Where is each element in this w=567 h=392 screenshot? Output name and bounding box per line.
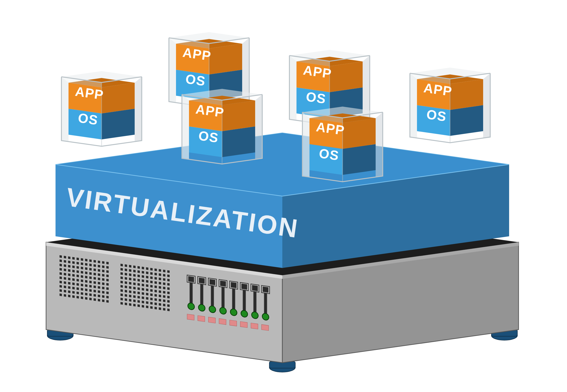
svg-rect-234	[159, 303, 161, 306]
svg-rect-192	[133, 287, 136, 289]
svg-rect-136	[150, 268, 153, 271]
svg-rect-119	[68, 295, 70, 297]
svg-rect-66	[98, 278, 100, 280]
svg-rect-164	[167, 279, 170, 281]
svg-rect-231	[146, 301, 148, 304]
svg-rect-187	[163, 287, 165, 289]
svg-rect-209	[154, 294, 157, 296]
svg-rect-71	[68, 278, 70, 280]
svg-rect-275	[254, 291, 256, 313]
svg-rect-161	[154, 277, 157, 280]
svg-rect-259	[211, 285, 214, 307]
svg-rect-266	[231, 282, 236, 288]
svg-rect-199	[163, 291, 165, 294]
svg-rect-245	[154, 307, 157, 309]
svg-rect-127	[102, 299, 104, 302]
svg-rect-53	[94, 273, 96, 275]
svg-rect-216	[133, 295, 136, 298]
svg-rect-13	[77, 258, 79, 260]
svg-rect-41	[94, 268, 96, 271]
svg-rect-255	[201, 284, 203, 306]
svg-rect-186	[159, 286, 161, 289]
virtualization-diagram: {}	[0, 0, 567, 392]
svg-rect-195	[146, 289, 148, 291]
svg-rect-197	[154, 290, 157, 292]
svg-rect-167	[129, 278, 131, 280]
svg-rect-157	[138, 275, 140, 277]
svg-rect-61	[77, 275, 79, 277]
svg-rect-283	[208, 317, 215, 323]
svg-rect-113	[94, 294, 96, 296]
svg-rect-174	[159, 282, 161, 284]
svg-rect-214	[125, 294, 127, 297]
svg-rect-110	[81, 292, 83, 295]
svg-rect-223	[163, 299, 165, 302]
svg-rect-207	[146, 293, 148, 295]
svg-rect-155	[129, 273, 131, 276]
svg-rect-220	[150, 298, 153, 300]
svg-rect-211	[163, 295, 165, 298]
svg-rect-144	[133, 270, 136, 272]
svg-rect-45	[59, 268, 62, 271]
svg-marker-335	[450, 79, 483, 110]
svg-marker-379	[302, 112, 309, 177]
svg-rect-141	[121, 268, 123, 271]
svg-rect-184	[150, 285, 153, 288]
svg-rect-79	[102, 282, 104, 285]
svg-rect-107	[68, 290, 70, 293]
svg-rect-18	[98, 261, 100, 263]
svg-rect-190	[125, 286, 127, 288]
vm-box-front-3: APP OS	[302, 107, 383, 182]
svg-rect-154	[125, 273, 127, 276]
svg-marker-346	[102, 109, 135, 140]
svg-rect-189	[121, 285, 123, 288]
svg-marker-366	[182, 95, 189, 159]
svg-rect-225	[121, 298, 123, 300]
svg-rect-226	[125, 298, 127, 301]
svg-rect-82	[64, 281, 66, 284]
svg-rect-123	[85, 297, 87, 300]
svg-rect-204	[133, 291, 136, 294]
svg-rect-85	[77, 283, 79, 286]
svg-rect-72	[72, 278, 75, 281]
svg-rect-51	[85, 271, 87, 274]
svg-rect-142	[125, 269, 127, 271]
svg-rect-121	[77, 296, 79, 298]
svg-rect-84	[72, 283, 75, 285]
svg-rect-105	[59, 289, 62, 292]
svg-rect-124	[89, 298, 92, 300]
svg-rect-180	[133, 283, 136, 285]
svg-rect-194	[142, 288, 144, 291]
svg-rect-262	[221, 281, 226, 286]
svg-rect-37	[77, 266, 79, 269]
svg-rect-91	[102, 287, 104, 289]
svg-rect-181	[138, 283, 140, 286]
svg-rect-129	[121, 264, 123, 266]
svg-rect-232	[150, 302, 153, 305]
svg-rect-31	[102, 265, 104, 268]
svg-rect-48	[72, 270, 75, 272]
vm-os-label: OS	[318, 146, 340, 163]
svg-rect-246	[159, 308, 161, 310]
svg-rect-227	[129, 299, 131, 302]
svg-marker-341	[483, 73, 490, 138]
svg-rect-97	[77, 287, 79, 290]
svg-rect-73	[77, 279, 79, 281]
svg-rect-62	[81, 275, 83, 278]
svg-rect-254	[199, 278, 204, 283]
svg-rect-118	[64, 294, 66, 297]
svg-rect-210	[159, 295, 161, 297]
svg-rect-43	[102, 270, 104, 272]
svg-rect-128	[106, 300, 109, 303]
svg-marker-314	[169, 38, 176, 103]
svg-rect-135	[146, 267, 148, 270]
svg-rect-94	[64, 286, 66, 288]
svg-rect-193	[138, 287, 140, 290]
svg-rect-201	[121, 289, 123, 292]
svg-rect-165	[121, 277, 123, 279]
svg-rect-50	[81, 271, 83, 274]
svg-marker-353	[61, 77, 69, 142]
svg-rect-270	[242, 284, 247, 289]
svg-rect-222	[159, 299, 161, 302]
svg-rect-143	[129, 269, 131, 272]
